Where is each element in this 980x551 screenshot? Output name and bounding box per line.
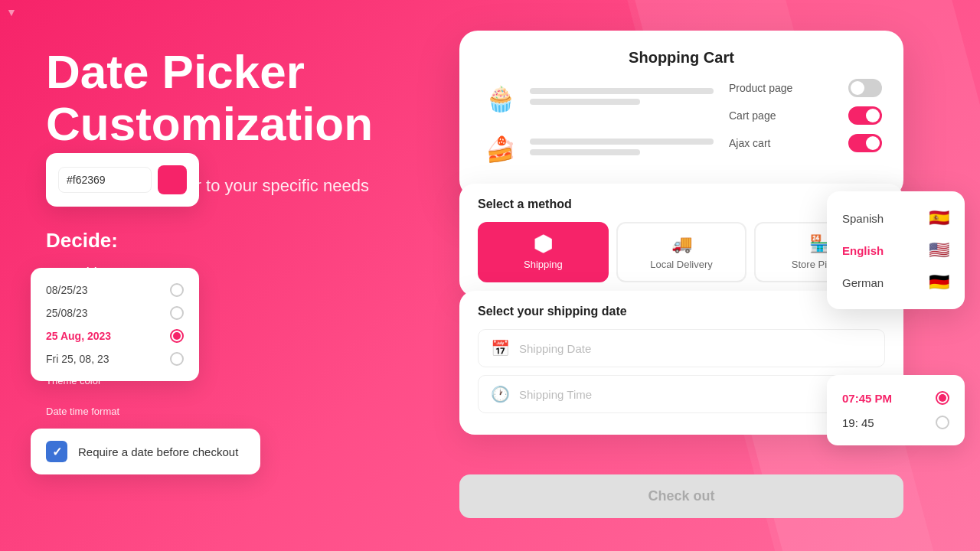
lang-spanish[interactable]: Spanish 🇪🇸 (839, 202, 952, 234)
item-line-2b (530, 149, 640, 155)
right-panel: Shopping Cart 🧁 🍰 (383, 0, 980, 551)
radio-12h[interactable] (936, 391, 949, 405)
date-format-card: 08/25/23 25/08/23 25 Aug, 2023 Fri 25, 0… (31, 268, 199, 381)
radio-fri[interactable] (170, 352, 184, 366)
shipping-time-input[interactable]: 🕐 Shipping Time (478, 375, 885, 413)
date-time-format-label: Date time format (46, 406, 119, 417)
time-12h-label: 07:45 PM (842, 392, 892, 405)
toggle-cart[interactable] (848, 106, 882, 125)
item-image-2: 🍰 (481, 129, 521, 169)
shipping-icon: 📦 (533, 234, 554, 254)
english-flag: 🇺🇸 (929, 240, 949, 260)
date-format-ddmmyy[interactable]: 25/08/23 (43, 302, 187, 324)
main-title: Date Picker Customization (46, 46, 375, 150)
clock-icon: 🕐 (491, 385, 510, 403)
item-line-1b (530, 99, 640, 105)
delivery-icon: 🚚 (671, 234, 692, 254)
lang-german[interactable]: German 🇩🇪 (839, 266, 952, 298)
cart-items: 🧁 🍰 (481, 79, 714, 180)
lang-english[interactable]: English 🇺🇸 (839, 234, 952, 266)
date-mmddyy-label: 08/25/23 (46, 284, 88, 296)
shipping-title: Select your shipping date (478, 305, 885, 318)
toggle-ajax-label: Ajax cart (729, 137, 770, 149)
item-line-1a (530, 88, 714, 94)
date-ddmmyy-label: 25/08/23 (46, 307, 88, 319)
require-date-card[interactable]: ✓ Require a date before checkout (31, 429, 260, 474)
item-image-1: 🧁 (481, 79, 521, 119)
language-card: Spanish 🇪🇸 English 🇺🇸 German 🇩🇪 (827, 191, 965, 309)
color-card: #f62369 (46, 153, 199, 207)
date-fri-label: Fri 25, 08, 23 (46, 353, 109, 365)
time-option-24h[interactable]: 19: 45 (839, 410, 952, 435)
time-24h-label: 19: 45 (842, 416, 874, 429)
method-btn-local-delivery[interactable]: 🚚 Local Delivery (616, 222, 747, 282)
toggle-row-cart[interactable]: Cart page (729, 106, 882, 125)
date-placeholder: Shipping Date (519, 342, 591, 355)
toggle-row-product[interactable]: Product page (729, 79, 882, 97)
toggle-row-ajax[interactable]: Ajax cart (729, 134, 882, 152)
checkout-button[interactable]: Check out (459, 474, 903, 518)
shipping-date-input[interactable]: 📅 Shipping Date (478, 329, 885, 367)
toggle-product-label: Product page (729, 82, 792, 94)
toggle-ajax[interactable] (848, 134, 882, 152)
date-aug-label: 25 Aug, 2023 (46, 330, 111, 342)
decide-label: Decide: (46, 229, 375, 253)
cart-item-1: 🧁 (481, 79, 714, 119)
theme-color-label: Theme color (46, 375, 101, 386)
radio-aug[interactable] (170, 329, 184, 343)
calendar-icon: 📅 (491, 339, 510, 357)
cart-title: Shopping Cart (481, 49, 882, 67)
radio-mmddyy[interactable] (170, 283, 184, 297)
item-line-2a (530, 139, 714, 145)
shopping-cart-card: Shopping Cart 🧁 🍰 (459, 31, 903, 198)
date-format-mmddyy[interactable]: 08/25/23 (43, 279, 187, 302)
german-flag: 🇩🇪 (929, 272, 949, 292)
date-format-aug[interactable]: 25 Aug, 2023 (43, 324, 187, 347)
date-format-fri[interactable]: Fri 25, 08, 23 (43, 347, 187, 370)
color-hex-value[interactable]: #f62369 (58, 167, 152, 193)
toggle-product[interactable] (848, 79, 882, 97)
method-buttons: 📦 Shipping 🚚 Local Delivery 🏪 Store Pick… (478, 222, 885, 282)
toggles-section: Product page Cart page Ajax cart (729, 79, 882, 180)
radio-24h[interactable] (936, 416, 949, 429)
method-title: Select a method (478, 197, 885, 211)
german-label: German (842, 276, 884, 289)
delivery-label: Local Delivery (650, 259, 713, 270)
cart-item-2: 🍰 (481, 129, 714, 169)
top-left-icon: ▼ (6, 6, 17, 18)
english-label: English (842, 244, 884, 257)
require-date-checkbox[interactable]: ✓ (46, 441, 67, 462)
toggle-cart-label: Cart page (729, 109, 776, 122)
shipping-label: Shipping (524, 259, 563, 270)
method-btn-shipping[interactable]: 📦 Shipping (478, 222, 609, 282)
time-option-12h[interactable]: 07:45 PM (839, 386, 952, 410)
radio-ddmmyy[interactable] (170, 306, 184, 320)
color-swatch[interactable] (158, 165, 187, 194)
time-format-card: 07:45 PM 19: 45 (827, 375, 965, 445)
require-date-text: Require a date before checkout (78, 445, 238, 458)
spanish-label: Spanish (842, 212, 884, 225)
time-placeholder: Shipping Time (519, 388, 592, 401)
spanish-flag: 🇪🇸 (929, 208, 949, 228)
